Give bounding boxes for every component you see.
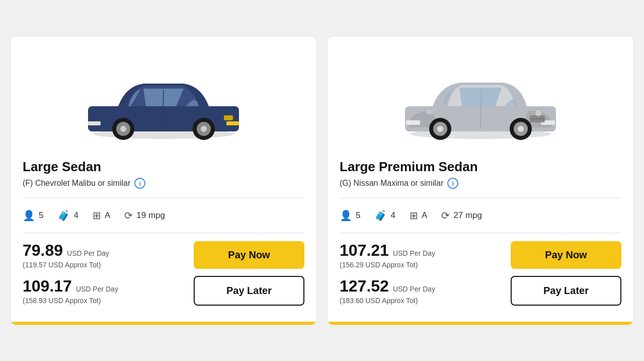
passengers-icon-2: 👤 <box>340 209 352 222</box>
svg-rect-10 <box>224 115 233 120</box>
info-icon-1[interactable]: i <box>134 178 145 189</box>
passengers-icon-1: 👤 <box>23 209 35 222</box>
divider-specs-2 <box>340 198 621 198</box>
mpg-icon-2: ⟳ <box>441 209 450 222</box>
pay-later-row-1: 109.17 USD Per Day (158.93 USD Approx To… <box>23 276 304 306</box>
divider-specs-1 <box>23 198 304 198</box>
svg-point-18 <box>535 109 542 116</box>
svg-rect-17 <box>406 120 420 125</box>
pay-later-info-2: 127.52 USD Per Day (183.60 USD Approx To… <box>340 277 435 305</box>
pay-now-unit-1: USD Per Day <box>67 249 109 257</box>
spec-transmission-2: ⊞ A <box>410 209 427 222</box>
spec-mpg-1: ⟳ 19 mpg <box>124 209 165 222</box>
pay-later-info-1: 109.17 USD Per Day (158.93 USD Approx To… <box>23 277 118 305</box>
pay-later-unit-1: USD Per Day <box>76 285 118 293</box>
pay-now-row-1: 79.89 USD Per Day (119.57 USD Approx Tot… <box>23 241 304 269</box>
pay-later-amount-1: 109.17 <box>23 277 72 296</box>
transmission-icon-1: ⊞ <box>93 209 101 222</box>
pay-now-unit-2: USD Per Day <box>393 249 435 257</box>
luggage-icon-1: 🧳 <box>57 209 70 222</box>
spec-mpg-2: ⟳ 27 mpg <box>441 209 482 222</box>
car-subtitle-2: (G) Nissan Maxima or similar i <box>340 178 621 189</box>
mpg-icon-1: ⟳ <box>124 209 133 222</box>
specs-row-2: 👤 5 🧳 4 ⊞ A ⟳ 27 mpg <box>340 204 621 227</box>
pay-later-unit-2: USD Per Day <box>393 285 435 293</box>
svg-rect-2 <box>226 121 239 125</box>
car-title-1: Large Sedan <box>23 159 304 175</box>
svg-point-9 <box>201 126 207 132</box>
divider-pricing-1 <box>23 233 304 233</box>
svg-rect-3 <box>88 121 101 125</box>
pay-now-info-1: 79.89 USD Per Day (119.57 USD Approx Tot… <box>23 241 109 269</box>
pricing-section-2: 107.21 USD Per Day (156.29 USD Approx To… <box>340 241 621 306</box>
car-title-2: Large Premium Sedan <box>340 159 621 175</box>
pay-now-total-2: (156.29 USD Approx Tot) <box>340 261 435 269</box>
transmission-icon-2: ⊞ <box>410 209 418 222</box>
divider-pricing-2 <box>340 233 621 233</box>
luggage-icon-2: 🧳 <box>374 209 387 222</box>
pay-later-total-1: (158.93 USD Approx Tot) <box>23 297 118 305</box>
svg-point-21 <box>437 126 443 132</box>
svg-rect-26 <box>426 110 433 114</box>
car-image-container-2 <box>340 48 621 149</box>
car-card-2: Large Premium Sedan (G) Nissan Maxima or… <box>327 36 634 325</box>
svg-point-24 <box>518 126 524 132</box>
svg-point-6 <box>120 126 126 132</box>
car-subtitle-1: (F) Chevrolet Malibu or similar i <box>23 178 304 189</box>
pay-later-total-2: (183.60 USD Approx Tot) <box>340 297 435 305</box>
pay-later-amount-2: 127.52 <box>340 277 389 296</box>
pricing-section-1: 79.89 USD Per Day (119.57 USD Approx Tot… <box>23 241 304 306</box>
pay-now-total-1: (119.57 USD Approx Tot) <box>23 261 109 269</box>
pay-now-amount-1: 79.89 <box>23 241 63 260</box>
car-card-1: Large Sedan (F) Chevrolet Malibu or simi… <box>10 36 317 325</box>
pay-now-row-2: 107.21 USD Per Day (156.29 USD Approx To… <box>340 241 621 269</box>
pay-later-row-2: 127.52 USD Per Day (183.60 USD Approx To… <box>340 276 621 306</box>
pay-now-info-2: 107.21 USD Per Day (156.29 USD Approx To… <box>340 241 435 269</box>
spec-passengers-2: 👤 5 <box>340 209 360 222</box>
pay-later-button-2[interactable]: Pay Later <box>511 276 621 306</box>
car-image-1 <box>78 56 249 141</box>
spec-transmission-1: ⊞ A <box>93 209 110 222</box>
pay-now-button-2[interactable]: Pay Now <box>511 241 621 269</box>
car-image-2 <box>395 56 566 141</box>
spec-passengers-1: 👤 5 <box>23 209 43 222</box>
info-icon-2[interactable]: i <box>447 178 458 189</box>
pay-now-amount-2: 107.21 <box>340 241 389 260</box>
specs-row-1: 👤 5 🧳 4 ⊞ A ⟳ 19 mpg <box>23 204 304 227</box>
spec-luggage-2: 🧳 4 <box>374 209 395 222</box>
pay-now-button-1[interactable]: Pay Now <box>194 241 304 269</box>
cards-container: Large Sedan (F) Chevrolet Malibu or simi… <box>10 36 634 325</box>
car-image-container-1 <box>23 48 304 149</box>
spec-luggage-1: 🧳 4 <box>57 209 78 222</box>
pay-later-button-1[interactable]: Pay Later <box>194 276 304 306</box>
